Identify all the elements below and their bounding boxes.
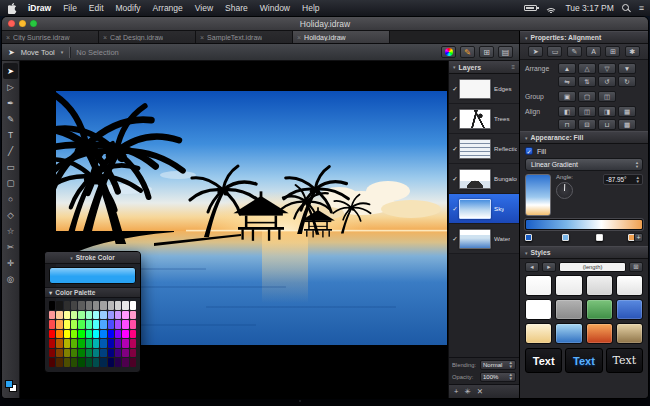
document-tab[interactable]: × Holiday.idraw <box>293 31 390 43</box>
palette-color[interactable] <box>64 349 70 358</box>
layer-visibility-check[interactable]: ✓ <box>451 85 459 93</box>
fill-stroke-swatches[interactable] <box>5 380 17 392</box>
gradient-bar[interactable] <box>525 219 643 230</box>
palette-color[interactable] <box>78 301 84 310</box>
flip-vertical-button[interactable]: ⇅ <box>578 76 596 87</box>
layer-row-water[interactable]: ✓ Water <box>449 224 519 254</box>
length-field[interactable]: (length) <box>559 262 626 272</box>
document-tab[interactable]: × City Sunrise.idraw <box>2 31 99 43</box>
palette-color[interactable] <box>86 301 92 310</box>
layer-row-reflections[interactable]: ✓ Reflections <box>449 134 519 164</box>
style-white[interactable] <box>525 275 552 296</box>
palette-color[interactable] <box>49 339 55 348</box>
star-tool[interactable]: ☆ <box>2 223 19 239</box>
direct-select-tool[interactable]: ▷ <box>2 79 19 95</box>
palette-color[interactable] <box>71 330 77 339</box>
apple-menu-icon[interactable] <box>8 3 17 14</box>
palette-color[interactable] <box>56 339 62 348</box>
shape-tab-icon[interactable]: ▭ <box>547 46 562 57</box>
palette-color[interactable] <box>100 330 106 339</box>
palette-color[interactable] <box>64 358 70 367</box>
palette-color[interactable] <box>100 301 106 310</box>
canvas[interactable]: ▾ Stroke Color ▾ Color Palette <box>20 61 448 398</box>
battery-icon[interactable] <box>524 5 537 11</box>
layer-visibility-check[interactable]: ✓ <box>451 205 459 213</box>
palette-color[interactable] <box>115 358 121 367</box>
document-tab[interactable]: × SampleText.idraw <box>196 31 293 43</box>
palette-color[interactable] <box>115 301 121 310</box>
align-middle-button[interactable]: ⊟ <box>578 119 596 130</box>
palette-color[interactable] <box>122 349 128 358</box>
align-bottom-button[interactable]: ⊔ <box>598 119 616 130</box>
style-sunset-gradient[interactable] <box>586 323 613 344</box>
polygon-tool[interactable]: ◇ <box>2 207 19 223</box>
stroke-panel-header[interactable]: ▾ Stroke Color <box>45 252 140 264</box>
palette-color[interactable] <box>49 330 55 339</box>
palette-color[interactable] <box>64 330 70 339</box>
palette-color[interactable] <box>86 358 92 367</box>
style-silver[interactable] <box>586 275 613 296</box>
gradient-stop[interactable] <box>525 234 532 241</box>
palette-color[interactable] <box>93 339 99 348</box>
palette-color[interactable] <box>49 301 55 310</box>
palette-color[interactable] <box>130 330 136 339</box>
inspector-icon[interactable]: ▤ <box>498 46 513 58</box>
menu-item-arrange[interactable]: Arrange <box>147 3 189 13</box>
layer-visibility-check[interactable]: ✓ <box>451 175 459 183</box>
palette-color[interactable] <box>56 320 62 329</box>
current-tool-label[interactable]: Move Tool <box>21 48 55 57</box>
style-shadowed[interactable] <box>616 275 643 296</box>
palette-color[interactable] <box>93 349 99 358</box>
palette-color[interactable] <box>49 349 55 358</box>
rotate-left-button[interactable]: ↺ <box>598 76 616 87</box>
palette-color[interactable] <box>64 320 70 329</box>
palette-color[interactable] <box>115 339 121 348</box>
palette-color[interactable] <box>78 349 84 358</box>
palette-color[interactable] <box>115 311 121 320</box>
palette-color[interactable] <box>71 339 77 348</box>
stroke-color-swatch[interactable] <box>49 267 136 284</box>
effects-tab-icon[interactable]: ✱ <box>625 46 640 57</box>
minimize-button[interactable] <box>19 20 26 27</box>
tab-close-icon[interactable]: × <box>6 34 10 41</box>
tab-close-icon[interactable]: × <box>297 34 301 41</box>
layer-row-sky[interactable]: ✓ Sky <box>449 194 519 224</box>
palette-color[interactable] <box>115 320 121 329</box>
move-tool[interactable]: ➤ <box>3 63 18 79</box>
zoom-button[interactable] <box>30 20 37 27</box>
palette-color[interactable] <box>122 339 128 348</box>
menu-item-file[interactable]: File <box>57 3 83 13</box>
send-to-back-button[interactable]: ▼ <box>618 63 636 74</box>
zoom-tool[interactable]: ◎ <box>2 271 19 287</box>
palette-color[interactable] <box>86 311 92 320</box>
distribute-vertical-button[interactable]: ▩ <box>618 119 636 130</box>
flip-horizontal-button[interactable]: ⇋ <box>558 76 576 87</box>
menu-item-edit[interactable]: Edit <box>83 3 110 13</box>
palette-color[interactable] <box>100 320 106 329</box>
palette-color[interactable] <box>93 301 99 310</box>
color-palette-header[interactable]: ▾ Color Palette <box>45 287 140 298</box>
appearance-header[interactable]: ▾ Appearance: Fill <box>520 131 648 144</box>
style-gray[interactable] <box>555 299 582 320</box>
angle-value-field[interactable]: -87.95° ▲▼ <box>603 174 643 185</box>
palette-color[interactable] <box>56 330 62 339</box>
rounded-rect-tool[interactable]: ▢ <box>2 175 19 191</box>
palette-color[interactable] <box>78 358 84 367</box>
gradient-type-dropdown[interactable]: Linear Gradient ▲▼ <box>525 158 643 171</box>
pen-tool[interactable]: ✒ <box>2 95 19 111</box>
layer-settings-button[interactable]: ✳ <box>464 387 470 396</box>
menu-item-window[interactable]: Window <box>254 3 296 13</box>
palette-color[interactable] <box>122 320 128 329</box>
stroke-swatch[interactable] <box>5 380 13 388</box>
gradient-stop[interactable] <box>562 234 569 241</box>
menu-item-idraw[interactable]: iDraw <box>22 3 57 13</box>
mask-button[interactable]: ◫ <box>598 91 616 102</box>
palette-color[interactable] <box>130 358 136 367</box>
layers-panel-header[interactable]: ▾ Layers ≡ <box>449 61 519 74</box>
align-left-button[interactable]: ◧ <box>558 106 576 117</box>
style-cream-gradient[interactable] <box>525 323 552 344</box>
grid-icon[interactable]: ⊞ <box>479 46 494 58</box>
palette-color[interactable] <box>56 349 62 358</box>
pencil-tool[interactable]: ✎ <box>2 111 19 127</box>
palette-color[interactable] <box>71 358 77 367</box>
